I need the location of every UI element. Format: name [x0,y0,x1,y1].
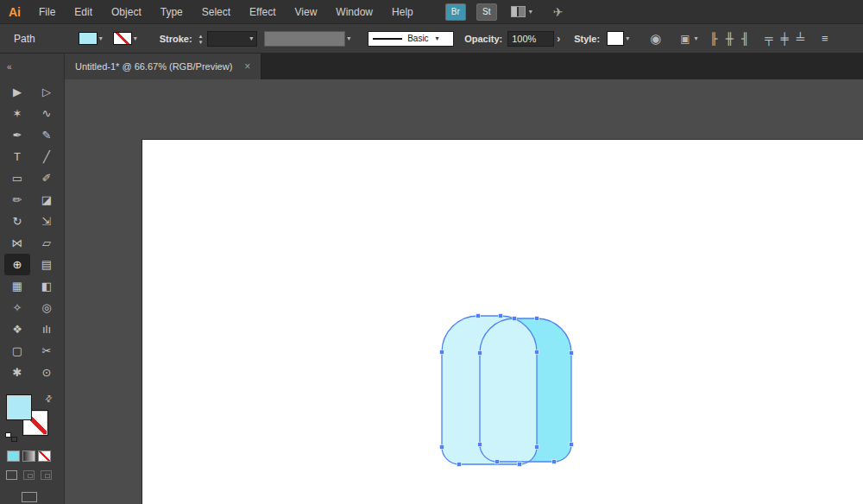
paintbrush-tool[interactable]: ✐ [34,167,60,189]
default-stroke-mini [11,437,17,442]
align-vertical-bottom[interactable]: ╧ [797,32,804,45]
slice-tool[interactable]: ✂ [34,340,60,362]
eraser-tool[interactable]: ◪ [34,189,60,211]
workspace-icon [511,6,526,17]
chevron-down-icon[interactable]: ▾ [626,35,629,42]
draw-inside-icon [45,474,50,478]
brushes-panel-button[interactable]: Br [445,3,466,21]
menu-help[interactable]: Help [382,6,423,18]
graphic-style-swatch[interactable] [607,31,624,46]
shaper-tool[interactable]: ✏ [4,189,30,211]
zoom-tool[interactable]: ⊙ [34,362,60,383]
draw-normal-button[interactable] [6,470,17,480]
selection-tool[interactable]: ▶ [4,81,30,103]
stepper-up-icon[interactable]: ▴ [199,33,203,39]
chevron-down-icon[interactable]: ▾ [99,35,103,42]
mesh-tool-icon: ▦ [12,280,22,293]
stepper-down-icon[interactable]: ▾ [199,39,203,45]
draw-inside-button[interactable] [41,470,52,480]
align-vertical-top[interactable]: ╤ [765,32,772,45]
blend-tool[interactable]: ◎ [34,297,60,318]
rotate-tool[interactable]: ↻ [4,211,30,232]
chevron-down-icon[interactable]: ▾ [347,35,350,42]
column-graph-tool[interactable]: ılı [34,318,60,340]
free-transform-tool[interactable]: ▱ [34,232,60,254]
menu-window[interactable]: Window [326,6,382,18]
menu-effect[interactable]: Effect [240,6,285,18]
align-horizontal-center[interactable]: ╫ [726,32,734,45]
stroke-weight-stepper[interactable]: ▴ ▾ [199,33,203,45]
scale-tool[interactable]: ⇲ [34,211,60,232]
symbol-sprayer-tool[interactable]: ❖ [4,318,30,340]
selection-tool-icon: ▶ [13,85,22,98]
curvature-tool[interactable]: ✎ [34,124,60,146]
chevron-down-icon[interactable]: ▾ [134,35,137,42]
rectangle-tool[interactable]: ▭ [4,167,30,189]
lasso-tool[interactable]: ∿ [34,103,60,124]
menu-view[interactable]: View [286,6,327,18]
magic-wand-tool[interactable]: ✶ [4,103,30,124]
none-button[interactable] [38,450,51,462]
rectangle-tool-icon: ▭ [12,172,22,185]
hand-tool[interactable]: ✱ [4,362,30,383]
menu-select[interactable]: Select [192,6,240,18]
gradient-tool[interactable]: ◧ [34,275,60,297]
style-label: Style: [574,34,600,44]
fill-color-indicator[interactable] [7,395,31,419]
toolbar-collapse-button[interactable]: « [0,54,65,79]
selection-type-label: Path [14,33,35,45]
canvas-area[interactable] [65,79,863,504]
artboard[interactable] [142,140,863,504]
graphic-styles-panel-button[interactable]: St [476,3,497,21]
stroke-weight-select[interactable]: ▾ [207,31,257,47]
pen-tool[interactable]: ✒ [4,124,30,146]
rotate-tool-icon: ↻ [13,215,22,228]
direct-selection-tool[interactable]: ▷ [34,81,60,103]
recolor-artwork-icon[interactable]: ◉ [650,31,661,47]
document-tab-title: Untitled-1* @ 66.67% (RGB/Preview) [75,61,232,72]
workspace-switcher[interactable]: ▾ [511,6,532,17]
artboard-tool[interactable]: ▢ [4,340,30,362]
align-horizontal-left[interactable]: ╟ [710,32,718,45]
tools-panel: ▶▷✶∿✒✎T╱▭✐✏◪↻⇲⋈▱⊕▤▦◧✧◎❖ılı▢✂✱⊙ ⇄ [0,79,65,504]
eyedropper-tool[interactable]: ✧ [4,297,30,318]
default-fill-stroke-icon[interactable] [5,432,17,442]
swap-fill-stroke-icon[interactable]: ⇄ [42,393,54,405]
line-segment-tool[interactable]: ╱ [34,146,60,167]
menu-edit[interactable]: Edit [65,6,102,18]
share-document-icon[interactable]: ✈ [553,5,564,19]
document-tab[interactable]: Untitled-1* @ 66.67% (RGB/Preview) × [65,54,261,79]
type-tool[interactable]: T [4,146,30,167]
opacity-input[interactable]: 100% [507,31,554,47]
menu-type[interactable]: Type [151,6,192,18]
shape-builder-tool[interactable]: ⊕ [4,254,30,275]
align-buttons: ╟╫╢╤╪╧≡ [710,32,828,45]
blend-tool-icon: ◎ [41,301,51,314]
type-tool-icon: T [14,150,21,163]
tab-strip: « Untitled-1* @ 66.67% (RGB/Preview) × [0,54,863,79]
stroke-style-select[interactable]: Basic ▾ [368,31,454,47]
line-segment-tool-icon: ╱ [43,150,50,163]
stroke-color-swatch[interactable] [113,32,132,45]
eraser-tool-icon: ◪ [41,193,52,206]
close-icon[interactable]: × [244,60,250,72]
artboard-tool-icon: ▢ [12,344,22,357]
menu-file[interactable]: File [29,6,65,18]
screen-mode-button[interactable] [22,492,37,502]
align-horizontal-right[interactable]: ╢ [741,32,749,45]
fill-color-swatch[interactable] [79,32,98,45]
opacity-panel-arrow-icon[interactable]: › [557,33,560,45]
pen-tool-icon: ✒ [13,129,22,142]
distribute-horizontal[interactable]: ≡ [822,32,828,45]
transform-panel-button[interactable]: ▣ ▾ [680,33,697,45]
menu-object[interactable]: Object [102,6,151,18]
gradient-tool-icon: ◧ [41,280,52,293]
align-vertical-center[interactable]: ╪ [780,32,788,45]
mesh-tool[interactable]: ▦ [4,275,30,297]
brush-definition-select[interactable] [264,31,345,47]
draw-behind-button[interactable] [23,470,35,480]
gradient-button[interactable] [22,450,35,462]
color-button[interactable] [7,450,20,462]
width-tool[interactable]: ⋈ [4,232,30,254]
perspective-grid-tool[interactable]: ▤ [34,254,60,275]
